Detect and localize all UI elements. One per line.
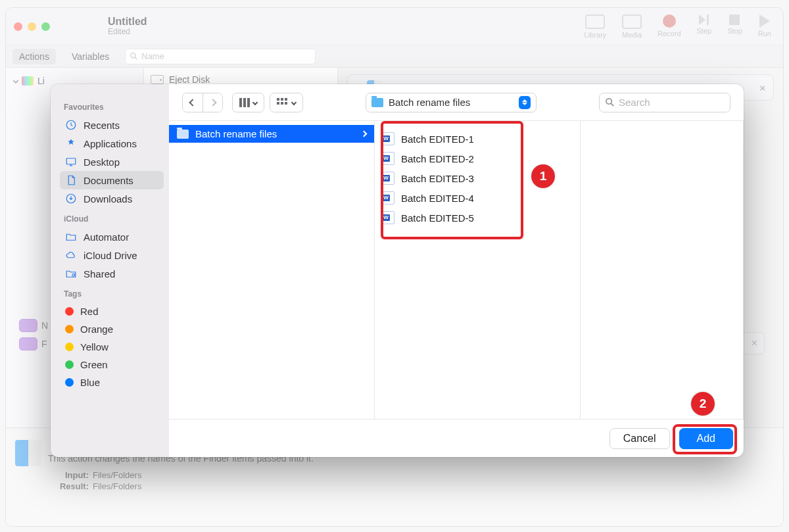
search-icon (130, 52, 138, 60)
tag-label: Red (80, 306, 99, 317)
column-3-preview (581, 121, 744, 419)
grid-icon (277, 98, 289, 107)
close-icon[interactable]: × (759, 82, 765, 93)
sidebar-item-automator[interactable]: Automator (60, 228, 164, 246)
toolbar-step-button[interactable]: Step (697, 14, 712, 35)
svg-point-5 (72, 274, 75, 276)
tag-dot-icon (65, 360, 74, 369)
sidebar-item-label: Automator (84, 231, 129, 243)
svg-rect-11 (285, 98, 287, 101)
library-search-input[interactable]: Name (125, 49, 316, 64)
sidebar-item-shared[interactable]: Shared (60, 264, 164, 283)
close-window-button[interactable] (14, 22, 22, 31)
view-columns-button[interactable] (232, 93, 264, 112)
dialog-toolbar: Batch rename files Search (169, 84, 744, 121)
nav-back-forward (182, 93, 223, 112)
sidebar-item-label: Downloads (84, 193, 132, 205)
sidebar-tag-orange[interactable]: Orange (60, 320, 164, 338)
column-1[interactable]: Batch rename files (169, 121, 375, 419)
tag-label: Yellow (80, 341, 108, 352)
dialog-sidebar: Favourites RecentsApplicationsDesktopDoc… (51, 84, 169, 457)
sidebar-item-label: iCloud Drive (84, 250, 137, 261)
sidebar-item-downloads[interactable]: Downloads (60, 189, 164, 208)
sidebar-item-label: Shared (84, 268, 115, 279)
sidebar-tag-blue[interactable]: Blue (60, 374, 164, 391)
sidebar-tag-green[interactable]: Green (60, 356, 164, 374)
callout-box-1 (381, 121, 523, 239)
minimize-window-button[interactable] (28, 22, 36, 31)
finder-icon (15, 440, 41, 466)
nav-forward-button[interactable] (203, 93, 222, 112)
workflow-item-icon (19, 319, 37, 332)
sidebar-item-label: Applications (84, 138, 137, 149)
nav-back-button[interactable] (183, 93, 203, 112)
column-2[interactable]: WBatch EDITED-1WBatch EDITED-2WBatch EDI… (375, 121, 581, 419)
sidebar-item-documents[interactable]: Documents (60, 171, 164, 189)
folder-row[interactable]: Batch rename files (169, 125, 374, 143)
sidebar-item-iclouddrive[interactable]: iCloud Drive (60, 246, 164, 264)
svg-point-15 (606, 99, 611, 104)
sidebar-item-applications[interactable]: Applications (60, 134, 164, 153)
path-label: Batch rename files (389, 97, 470, 108)
chevron-down-icon (13, 78, 18, 84)
svg-rect-13 (281, 102, 283, 105)
tag-dot-icon (65, 378, 74, 387)
sidebar-item-desktop[interactable]: Desktop (60, 153, 164, 171)
window-traffic-lights[interactable] (14, 22, 50, 31)
svg-rect-12 (277, 102, 279, 105)
zoom-window-button[interactable] (41, 22, 50, 31)
svg-rect-8 (247, 98, 250, 107)
toolbar-media-button[interactable]: Media (622, 14, 642, 39)
folder-label: Batch rename files (195, 128, 277, 139)
tab-actions[interactable]: Actions (12, 49, 56, 64)
disk-icon (151, 75, 164, 84)
sidebar-item-label: Documents (84, 175, 133, 186)
dialog-footer: Cancel Add 2 (169, 419, 744, 457)
tab-variables[interactable]: Variables (65, 49, 116, 64)
callout-badge-2: 2 (691, 392, 715, 416)
path-dropdown[interactable]: Batch rename files (366, 93, 537, 112)
column-browser: Batch rename files WBatch EDITED-1WBatch… (169, 121, 744, 419)
sidebar-group-icloud: iCloud (64, 214, 164, 224)
toolbar-record-button[interactable]: Record (658, 14, 681, 37)
tag-dot-icon (65, 343, 74, 351)
svg-rect-10 (281, 98, 283, 101)
toolbar-stop-button[interactable]: Stop (727, 14, 742, 35)
folder-icon (177, 130, 189, 139)
svg-rect-6 (239, 98, 242, 107)
svg-rect-9 (277, 98, 279, 101)
svg-rect-7 (243, 98, 246, 107)
chevron-right-icon (361, 131, 368, 137)
workflow-item-icon (19, 337, 37, 351)
sidebar-item-label: Desktop (84, 157, 120, 168)
dropdown-stepper-icon (519, 96, 531, 109)
callout-box-2 (673, 424, 737, 454)
sidebar-group-tags: Tags (64, 289, 164, 299)
sidebar-item-label: Recents (84, 120, 120, 131)
shared-icon (65, 268, 77, 279)
svg-rect-14 (285, 102, 287, 105)
cancel-button[interactable]: Cancel (610, 428, 670, 449)
desktop-icon (65, 156, 77, 168)
window-title: Untitled (108, 16, 147, 28)
dialog-search-input[interactable]: Search (599, 93, 730, 112)
document-icon (65, 174, 77, 186)
sidebar-tag-red[interactable]: Red (60, 302, 164, 320)
svg-line-16 (611, 103, 613, 106)
library-toolbar: Actions Variables Name (6, 45, 783, 68)
group-by-button[interactable] (270, 93, 303, 112)
tag-label: Green (80, 359, 108, 370)
sidebar-group-favourites: Favourites (64, 103, 164, 112)
folder-icon (65, 231, 77, 243)
toolbar-library-button[interactable]: Library (584, 14, 606, 39)
toolbar-run-button[interactable]: Run (758, 14, 771, 37)
callout-badge-1: 1 (531, 164, 555, 188)
finder-open-dialog: Favourites RecentsApplicationsDesktopDoc… (51, 84, 744, 457)
svg-line-1 (135, 57, 137, 59)
folder-icon (371, 98, 383, 107)
close-icon[interactable]: × (752, 337, 757, 349)
library-icon (22, 76, 34, 85)
tag-label: Orange (80, 324, 113, 335)
sidebar-tag-yellow[interactable]: Yellow (60, 338, 164, 356)
sidebar-item-recents[interactable]: Recents (60, 116, 164, 134)
